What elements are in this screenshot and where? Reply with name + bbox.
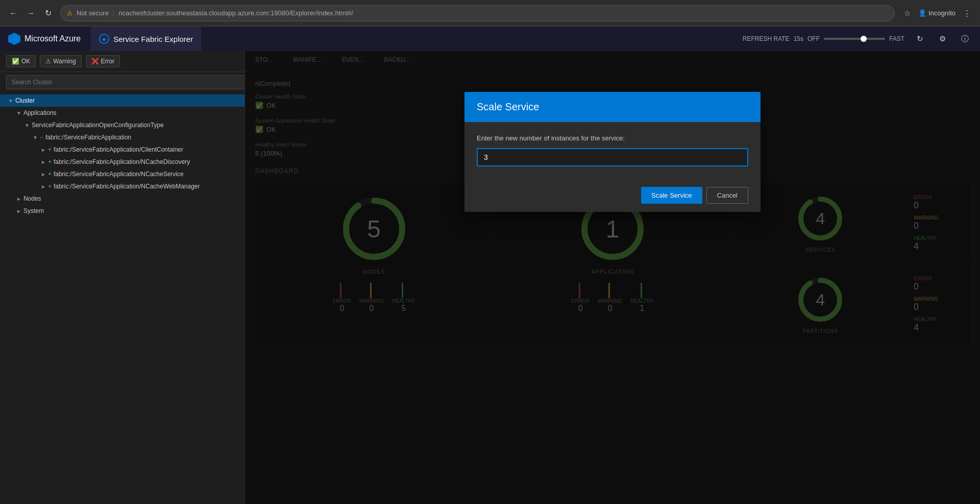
modal-title: Scale Service [477,101,539,112]
scale-service-modal: Scale Service Enter the new number of in… [464,92,761,212]
back-button[interactable]: ← [6,6,20,20]
app-title: Service Fabric Explorer [113,35,193,43]
tree-item-ncachediscovery[interactable]: ► + fabric:/ServiceFabricApplication/NCa… [0,156,244,168]
browser-actions: ☆ 👤 Incognito ⋮ [900,6,974,20]
forward-button[interactable]: → [23,6,38,20]
instances-input[interactable] [477,148,748,166]
nav-buttons: ← → ↻ [6,6,55,20]
header-right: REFRESH RATE 15s OFF FAST ↻ ⚙ ⓘ [743,32,972,46]
app-title-area: ◆ Service Fabric Explorer [91,27,201,51]
chevron-down-icon: ▼ [8,98,13,104]
ok-status-button[interactable]: ✅ OK [6,55,36,67]
tree-label: System [23,207,44,214]
reload-button[interactable]: ↻ [41,6,55,20]
content-area: STO... MANIFE... EVEN... BACKU... rdComp… [245,51,980,504]
error-status-button[interactable]: ❌ Error [86,55,120,67]
minus-icon: − [40,134,43,141]
incognito-button[interactable]: 👤 Incognito [918,9,955,17]
ok-icon: ✅ [12,58,19,65]
fast-label: FAST [889,35,904,42]
tree-label: fabric:/ServiceFabricApplication/NCacheW… [54,183,200,190]
app-header: Microsoft Azure ◆ Service Fabric Explore… [0,27,980,51]
chevron-right-icon: ► [16,196,21,202]
scale-service-button[interactable]: Scale Service [641,187,702,204]
menu-button[interactable]: ⋮ [960,6,974,20]
tree-item-nodes[interactable]: ► Nodes [0,193,244,205]
azure-logo: Microsoft Azure [8,33,91,45]
error-icon: ❌ [91,58,99,65]
tree-label: Nodes [23,195,41,202]
modal-body: Enter the new number of instances for th… [464,122,761,179]
lock-icon: ⚠ [67,10,72,17]
tree-item-sfaopenconfigtype[interactable]: ▼ ServiceFabricApplicationOpenConfigurat… [0,119,244,131]
azure-label: Microsoft Azure [24,34,81,43]
refresh-slider[interactable] [824,38,885,40]
search-input[interactable] [6,75,245,89]
tree-item-ncacheservice[interactable]: ► + fabric:/ServiceFabricApplication/NCa… [0,168,244,180]
plus-icon: + [48,146,52,153]
warning-icon: ⚠ [45,58,51,65]
settings-icon-btn[interactable]: ⚙ [935,32,949,46]
modal-overlay: Scale Service Enter the new number of in… [245,51,980,504]
fabric-icon: ◆ [99,34,109,44]
insecure-label: Not secure [77,9,109,17]
ok-label: OK [21,58,30,65]
sidebar-status-bar: ✅ OK ⚠ Warning ❌ Error [0,51,244,72]
tree-item-cluster[interactable]: ▼ Cluster [0,94,244,107]
tree-container: ▼ Cluster ▼ Applications ▼ ServiceFabric… [0,92,244,504]
error-label: Error [101,58,115,65]
plus-icon: + [48,158,52,165]
url-text: ncachesfcluster.southeastasia.cloudapp.a… [118,9,353,17]
address-bar[interactable]: ⚠ Not secure | ncachesfcluster.southeast… [60,5,895,21]
chevron-down-icon: ▼ [16,110,21,116]
sidebar: ✅ OK ⚠ Warning ❌ Error ▼ Cluster ▼ Appli… [0,51,245,504]
chevron-down-icon: ▼ [33,135,38,140]
bookmark-button[interactable]: ☆ [900,6,914,20]
chevron-right-icon: ► [41,172,46,177]
tree-label: fabric:/ServiceFabricApplication/NCacheD… [54,158,190,165]
tree-label: Cluster [15,97,35,104]
refresh-controls: REFRESH RATE 15s OFF FAST [743,35,904,42]
main-layout: ✅ OK ⚠ Warning ❌ Error ▼ Cluster ▼ Appli… [0,51,980,504]
tree-label: ServiceFabricApplicationOpenConfiguratio… [32,122,164,129]
tree-item-sfa[interactable]: ▼ − fabric:/ServiceFabricApplication [0,131,244,143]
plus-icon: + [48,183,52,190]
refresh-icon-btn[interactable]: ↻ [913,32,927,46]
info-icon-btn[interactable]: ⓘ [958,32,972,46]
tree-item-system[interactable]: ► System [0,205,244,217]
chevron-right-icon: ► [16,208,21,214]
tree-item-applications[interactable]: ▼ Applications [0,107,244,119]
warning-label: Warning [53,58,76,65]
refresh-rate-label: REFRESH RATE [743,35,790,42]
chevron-down-icon: ▼ [24,123,30,128]
tree-item-clientcontainer[interactable]: ► + fabric:/ServiceFabricApplication/Cli… [0,143,244,156]
azure-hex-icon [8,33,20,45]
chevron-right-icon: ► [41,147,46,153]
modal-header: Scale Service [464,92,761,122]
slider-thumb [861,36,867,42]
refresh-rate-value: 15s [794,35,803,42]
plus-icon: + [48,171,52,178]
tree-label: fabric:/ServiceFabricApplication/ClientC… [54,146,183,153]
cancel-button[interactable]: Cancel [706,187,748,204]
modal-footer: Scale Service Cancel [464,179,761,212]
off-label: OFF [807,35,820,42]
incognito-label: Incognito [928,9,955,17]
chevron-right-icon: ► [41,159,46,165]
tree-label: Applications [23,109,57,116]
warning-status-button[interactable]: ⚠ Warning [40,55,81,67]
tree-label: fabric:/ServiceFabricApplication [45,134,131,141]
incognito-icon: 👤 [918,9,926,17]
tree-item-ncachewebmanager[interactable]: ► + fabric:/ServiceFabricApplication/NCa… [0,180,244,193]
browser-bar: ← → ↻ ⚠ Not secure | ncachesfcluster.sou… [0,0,980,27]
modal-label: Enter the new number of instances for th… [477,134,748,142]
tree-label: fabric:/ServiceFabricApplication/NCacheS… [54,171,184,178]
chevron-right-icon: ► [41,184,46,189]
